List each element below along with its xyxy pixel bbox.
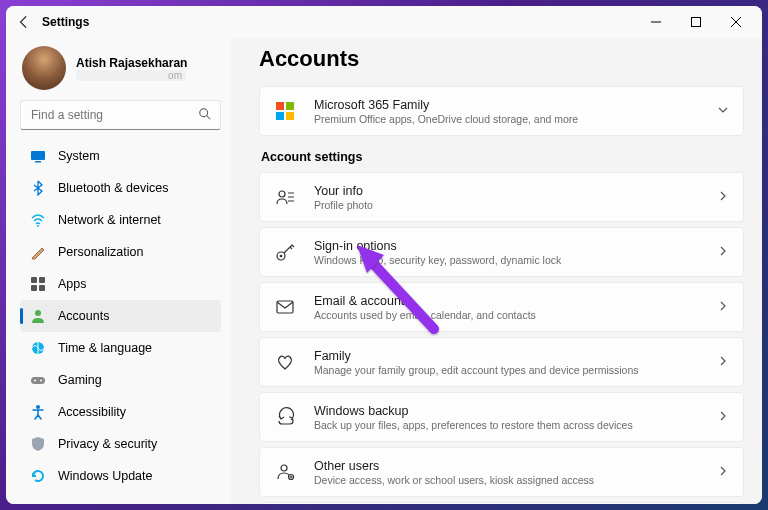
card-title: Your info [314,184,717,198]
avatar [22,46,66,90]
back-button[interactable] [12,10,36,34]
system-icon [30,148,46,164]
apps-icon [30,276,46,292]
svg-line-3 [207,116,211,120]
svg-rect-5 [35,161,41,163]
maximize-icon [691,17,701,27]
sidebar-item-bluetooth[interactable]: Bluetooth & devices [20,172,221,204]
sidebar-item-privacy[interactable]: Privacy & security [20,428,221,460]
sidebar-item-accessibility[interactable]: Accessibility [20,396,221,428]
sidebar-item-accounts[interactable]: Accounts [20,300,221,332]
card-title: Windows backup [314,404,717,418]
svg-point-23 [280,255,283,258]
bluetooth-icon [30,180,46,196]
row-other-users[interactable]: Other usersDevice access, work or school… [259,447,744,497]
card-title: Sign-in options [314,239,717,253]
card-subtitle: Manage your family group, edit account t… [314,364,717,376]
sidebar-item-label: Gaming [58,373,102,387]
minimize-icon [651,17,661,27]
family-icon [274,351,296,373]
svg-point-6 [37,225,39,227]
sidebar: Atish Rajasekharan om System Bluetooth &… [6,38,231,504]
svg-point-18 [279,191,285,197]
svg-rect-14 [31,377,45,384]
chevron-down-icon [717,102,729,120]
sidebar-item-time[interactable]: Time & language [20,332,221,364]
arrow-left-icon [17,15,31,29]
sidebar-item-label: Bluetooth & devices [58,181,169,195]
gaming-icon [30,372,46,388]
personalization-icon [30,244,46,260]
svg-rect-7 [31,277,37,283]
svg-point-11 [35,310,41,316]
sidebar-item-label: Accessibility [58,405,126,419]
row-work-school[interactable]: Access work or schoolOrganization resour… [259,502,744,504]
svg-point-2 [200,109,208,117]
ms365-card[interactable]: Microsoft 365 Family Premium Office apps… [259,86,744,136]
sidebar-item-label: Network & internet [58,213,161,227]
row-your-info[interactable]: Your infoProfile photo [259,172,744,222]
maximize-button[interactable] [676,8,716,36]
user-name: Atish Rajasekharan [76,56,187,70]
card-subtitle: Windows Hello, security key, password, d… [314,254,717,266]
sidebar-item-label: Accounts [58,309,109,323]
titlebar: Settings [6,6,762,38]
sidebar-item-label: System [58,149,100,163]
svg-rect-1 [692,18,701,27]
key-icon [274,241,296,263]
sidebar-item-system[interactable]: System [20,140,221,172]
sidebar-item-gaming[interactable]: Gaming [20,364,221,396]
card-subtitle: Accounts used by email, calendar, and co… [314,309,717,321]
chevron-right-icon [717,243,729,261]
sidebar-item-label: Apps [58,277,87,291]
accessibility-icon [30,404,46,420]
row-email-accounts[interactable]: Email & accountsAccounts used by email, … [259,282,744,332]
privacy-icon [30,436,46,452]
close-icon [731,17,741,27]
card-subtitle: Premium Office apps, OneDrive cloud stor… [314,113,717,125]
row-family[interactable]: FamilyManage your family group, edit acc… [259,337,744,387]
time-icon [30,340,46,356]
sidebar-item-personalization[interactable]: Personalization [20,236,221,268]
chevron-right-icon [717,188,729,206]
chevron-right-icon [717,408,729,426]
window-title: Settings [42,15,89,29]
chevron-right-icon [717,463,729,481]
your-info-icon [274,186,296,208]
svg-rect-9 [31,285,37,291]
card-title: Other users [314,459,717,473]
user-email: om [76,70,186,81]
svg-rect-4 [31,151,45,160]
card-title: Microsoft 365 Family [314,98,717,112]
backup-icon [274,406,296,428]
sidebar-item-network[interactable]: Network & internet [20,204,221,236]
sidebar-item-label: Windows Update [58,469,153,483]
svg-point-25 [281,465,287,471]
card-title: Family [314,349,717,363]
search-icon [198,107,212,125]
svg-rect-24 [277,301,293,313]
section-heading: Account settings [261,150,744,164]
card-subtitle: Profile photo [314,199,717,211]
svg-rect-8 [39,277,45,283]
svg-point-16 [40,380,42,382]
sidebar-item-update[interactable]: Windows Update [20,460,221,492]
svg-point-15 [34,380,36,382]
row-signin-options[interactable]: Sign-in optionsWindows Hello, security k… [259,227,744,277]
accounts-icon [30,308,46,324]
svg-point-17 [36,405,40,409]
network-icon [30,212,46,228]
sidebar-item-label: Personalization [58,245,143,259]
user-profile[interactable]: Atish Rajasekharan om [20,42,221,100]
sidebar-item-label: Time & language [58,341,152,355]
sidebar-item-apps[interactable]: Apps [20,268,221,300]
card-title: Email & accounts [314,294,717,308]
card-subtitle: Device access, work or school users, kio… [314,474,717,486]
other-users-icon [274,461,296,483]
minimize-button[interactable] [636,8,676,36]
row-backup[interactable]: Windows backupBack up your files, apps, … [259,392,744,442]
page-title: Accounts [259,46,744,72]
chevron-right-icon [717,298,729,316]
close-button[interactable] [716,8,756,36]
search-input[interactable] [20,100,221,130]
